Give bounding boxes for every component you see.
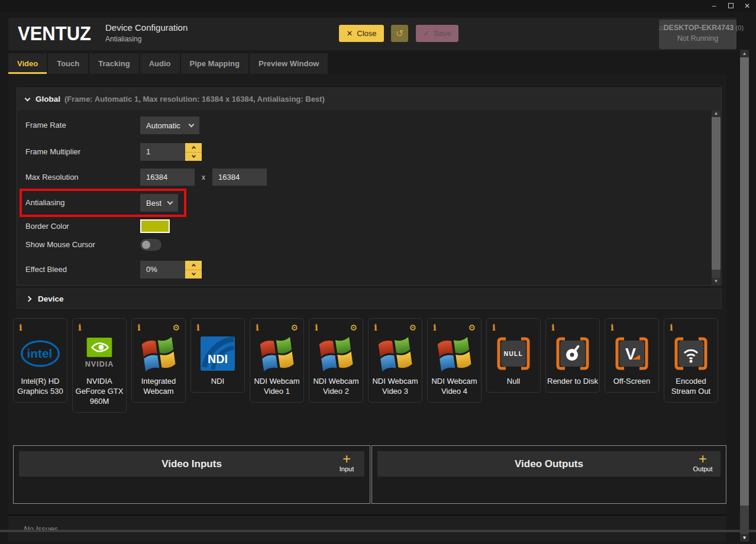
global-section-summary: (Frame: Automatic 1, Max resolution: 163… (64, 95, 325, 103)
tab-tracking[interactable]: Tracking (89, 53, 138, 74)
scroll-down-icon[interactable]: ▼ (742, 534, 747, 542)
info-icon[interactable]: i (196, 322, 200, 333)
windows-icon (309, 334, 363, 373)
ndi-icon: NDI (191, 334, 244, 373)
max-resolution-width-input[interactable]: 16384 (140, 169, 195, 186)
add-output-button[interactable]: + Output (687, 451, 718, 472)
device-card-nvidia-geforce-gtx-960m[interactable]: i ⚙ NVIDIA NVIDIA GeForce GTX 960M (72, 318, 127, 413)
minimize-icon[interactable]: – (710, 2, 718, 10)
border-color-swatch[interactable] (140, 219, 170, 233)
intel-icon: intel (14, 334, 67, 373)
info-icon[interactable]: i (492, 322, 496, 333)
device-card-off-screen[interactable]: i ⚙ V Off-Screen (605, 318, 659, 393)
gear-icon[interactable]: ⚙ (468, 323, 476, 332)
machine-status: Not Running (659, 34, 736, 43)
save-button[interactable]: ✓ Save (416, 25, 458, 42)
info-icon[interactable]: i (610, 322, 614, 333)
page-title: Device Configuration (105, 22, 188, 33)
global-section-header[interactable]: Global (Frame: Automatic 1, Max resoluti… (17, 88, 721, 110)
gear-icon[interactable]: ⚙ (172, 323, 180, 332)
gear-icon[interactable]: ⚙ (290, 323, 298, 332)
close-button[interactable]: ✕ Close (339, 25, 384, 42)
maximize-icon[interactable] (726, 2, 735, 10)
tab-video[interactable]: Video (8, 53, 47, 74)
device-card-ndi-webcam-video-2[interactable]: i ⚙ NDI Webcam Video 2 (309, 318, 363, 403)
scrollbar-thumb[interactable] (712, 117, 721, 270)
encoded-stream-out-icon (664, 334, 718, 373)
tab-pipe-mapping[interactable]: Pipe Mapping (181, 53, 249, 74)
max-resolution-height-input[interactable]: 16384 (212, 169, 267, 186)
ventuz-device-configuration-window: – ✕ VENTUZ Device Configuration Antialia… (0, 0, 756, 544)
device-section-header[interactable]: Device (17, 289, 722, 309)
plus-icon: + (331, 451, 362, 467)
device-label: NDI Webcam Video 1 (250, 376, 303, 396)
ventuz-logo: VENTUZ (18, 23, 91, 46)
info-icon[interactable]: i (433, 322, 437, 333)
tab-touch[interactable]: Touch (48, 53, 88, 74)
info-icon[interactable]: i (670, 322, 673, 333)
spinner-up-icon[interactable] (191, 146, 195, 150)
device-label: Intel(R) HD Graphics 530 (14, 376, 67, 396)
frame-multiplier-input[interactable]: 1 (140, 143, 185, 161)
max-resolution-label: Max Resolution (25, 169, 79, 186)
resolution-separator: x (202, 173, 205, 182)
tab-preview-window[interactable]: Preview Window (250, 53, 328, 74)
chevron-down-icon (25, 95, 31, 101)
windows-icon (428, 334, 481, 373)
device-label: NVIDIA GeForce GTX 960M (73, 376, 126, 406)
info-icon[interactable]: i (315, 322, 318, 333)
machine-status-panel[interactable]: ⌂DESKTOP-EKR4743 (0) Not Running (659, 20, 736, 49)
device-label: NDI Webcam Video 4 (428, 376, 481, 396)
effect-bleed-input[interactable]: 0% (140, 261, 185, 279)
global-section-title: Global (35, 95, 60, 103)
app-header: VENTUZ Device Configuration Antialiasing… (8, 18, 736, 50)
antialiasing-dropdown[interactable]: Best (140, 194, 178, 212)
chevron-down-icon (189, 122, 195, 128)
info-icon[interactable]: i (19, 322, 22, 333)
global-panel-scrollbar[interactable]: ▲ ▼ (712, 110, 721, 285)
info-icon[interactable]: i (551, 322, 555, 333)
frame-multiplier-stepper[interactable] (185, 143, 202, 161)
add-input-button[interactable]: + Input (331, 451, 362, 472)
spinner-up-icon[interactable] (191, 264, 195, 268)
device-card-ndi[interactable]: i ⚙ NDI NDI (190, 318, 245, 393)
info-icon[interactable]: i (137, 322, 141, 333)
global-section: Global (Frame: Automatic 1, Max resoluti… (17, 88, 722, 286)
gear-icon[interactable]: ⚙ (350, 323, 357, 332)
effect-bleed-stepper[interactable] (185, 261, 202, 279)
device-card-null[interactable]: i ⚙ NULL Null (486, 318, 541, 393)
device-card-ndi-webcam-video-1[interactable]: i ⚙ NDI Webcam Video 1 (250, 318, 304, 403)
svg-text:NULL: NULL (504, 351, 524, 357)
machine-count: (0) (736, 24, 744, 31)
device-card-ndi-webcam-video-3[interactable]: i ⚙ NDI Webcam Video 3 (368, 318, 422, 403)
window-close-icon[interactable]: ✕ (743, 2, 751, 10)
device-card-render-to-disk[interactable]: i ⚙ Render to Disk (545, 318, 600, 393)
info-icon[interactable]: i (78, 322, 82, 333)
gear-icon[interactable]: ⚙ (409, 323, 416, 332)
svg-text:NDI: NDI (208, 352, 228, 365)
undo-button[interactable]: ↺ (391, 25, 408, 42)
device-card-encoded-stream-out[interactable]: i ⚙ Encoded Stream Out (664, 318, 718, 403)
svg-text:V: V (625, 345, 636, 363)
show-mouse-cursor-toggle[interactable] (140, 239, 161, 251)
device-label: Render to Disk (546, 376, 599, 386)
scroll-up-icon[interactable]: ▲ (742, 50, 747, 57)
video-outputs-title: Video Outputs (377, 451, 721, 477)
spinner-down-icon[interactable] (191, 154, 195, 158)
scrollbar-thumb[interactable] (740, 57, 749, 506)
scroll-up-icon[interactable]: ▲ (714, 110, 719, 117)
device-label: Integrated Webcam (132, 376, 185, 396)
main-scrollbar[interactable]: ▲ ▼ (740, 50, 749, 542)
spinner-down-icon[interactable] (191, 271, 195, 276)
device-card-intel-r-hd-graphics-530[interactable]: i ⚙ intel Intel(R) HD Graphics 530 (13, 318, 67, 403)
device-card-ndi-webcam-video-4[interactable]: i ⚙ NDI Webcam Video 4 (427, 318, 482, 403)
page-title-block: Device Configuration Antialiasing (105, 22, 188, 43)
device-card-integrated-webcam[interactable]: i ⚙ Integrated Webcam (131, 318, 186, 403)
tab-audio[interactable]: Audio (140, 53, 180, 74)
info-icon[interactable]: i (374, 322, 377, 333)
scroll-down-icon[interactable]: ▼ (714, 278, 719, 285)
check-icon: ✓ (423, 29, 429, 38)
taskbar-edge (0, 530, 756, 532)
frame-rate-dropdown[interactable]: Automatic (140, 116, 199, 134)
info-icon[interactable]: i (256, 322, 259, 333)
